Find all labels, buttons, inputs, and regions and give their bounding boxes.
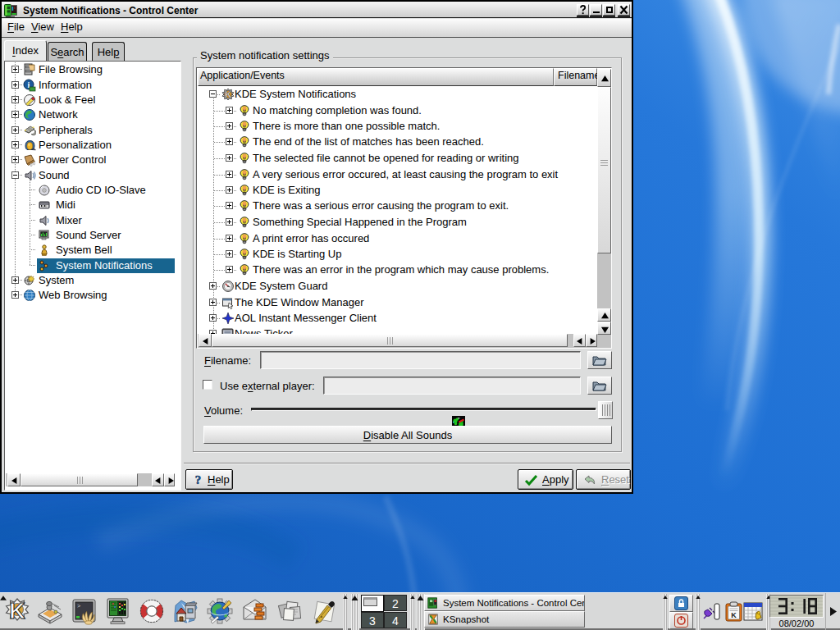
svg-text:K: K [731,611,737,619]
svg-text:>: > [77,603,80,609]
svg-text:?: ? [195,473,202,486]
svg-text:K: K [225,89,231,99]
svg-text:K: K [9,599,25,623]
